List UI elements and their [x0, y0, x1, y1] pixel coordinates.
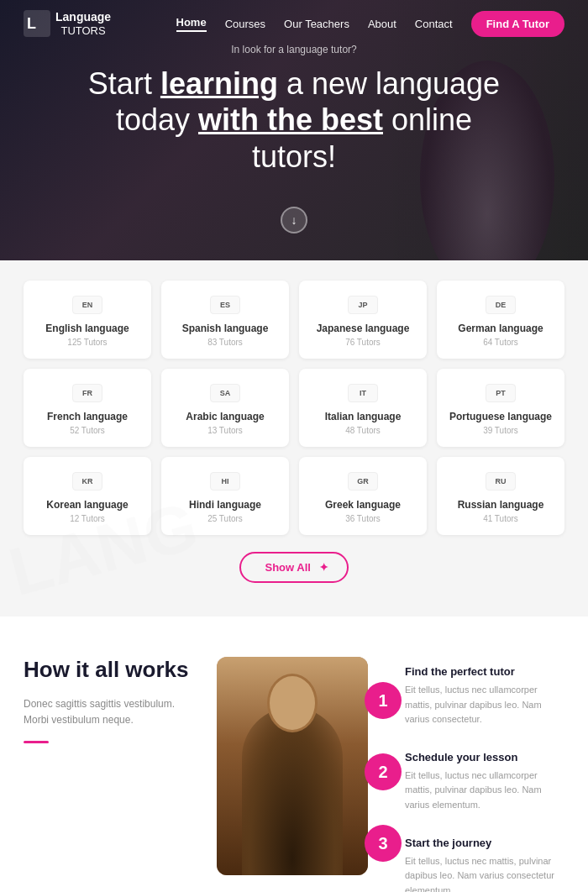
- nav-teachers[interactable]: Our Teachers: [284, 18, 349, 30]
- language-card-hi[interactable]: HI Hindi language 25 Tutors: [161, 457, 289, 535]
- lang-tutors: 13 Tutors: [207, 426, 243, 435]
- lang-flag: ES: [210, 296, 240, 314]
- lang-tutors: 83 Tutors: [207, 338, 243, 347]
- lang-flag: IT: [348, 384, 378, 402]
- language-card-jp[interactable]: JP Japanese language 76 Tutors: [299, 281, 427, 359]
- language-card-en[interactable]: EN English language 125 Tutors: [24, 281, 151, 359]
- lang-tutors: 125 Tutors: [67, 338, 107, 347]
- how-person: [217, 657, 368, 875]
- hero-title: Start learning a new language today with…: [76, 66, 512, 175]
- lang-name: Portuguese language: [449, 411, 552, 422]
- navbar: L Language TUTORS Home Courses Our Teach…: [0, 0, 588, 47]
- step-title: Find the perfect tutor: [405, 665, 564, 678]
- language-grid-row1: EN English language 125 Tutors ES Spanis…: [24, 281, 564, 359]
- lang-flag: FR: [72, 384, 102, 402]
- lang-name: Arabic language: [186, 411, 264, 422]
- step-3-circle: 3: [365, 825, 402, 862]
- how-step-1: Find the perfect tutor Eit tellus, luctu…: [405, 665, 564, 727]
- lang-tutors: 52 Tutors: [70, 426, 105, 435]
- how-description: Donec sagittis sagittis vestibulum. Morb…: [24, 696, 192, 728]
- step-title: Schedule your lesson: [405, 751, 564, 763]
- hero-content: In look for a language tutor? Start lear…: [59, 27, 529, 192]
- nav-home[interactable]: Home: [176, 16, 207, 32]
- how-left-panel: How it all works Donec sagittis sagittis…: [24, 657, 208, 743]
- hero-learning-word: learning: [160, 66, 278, 101]
- language-card-pt[interactable]: PT Portuguese language 39 Tutors: [437, 369, 564, 447]
- find-tutor-button[interactable]: Find A Tutor: [471, 11, 564, 37]
- logo: L Language TUTORS: [24, 10, 111, 37]
- lang-name: Russian language: [458, 499, 544, 511]
- lang-name: French language: [47, 411, 128, 422]
- lang-flag: JP: [348, 296, 378, 314]
- lang-flag: RU: [486, 472, 516, 491]
- step-desc: Eit tellus, luctus nec mattis, pulvinar …: [405, 854, 564, 892]
- lang-name: Korean language: [46, 499, 128, 511]
- language-card-gr[interactable]: GR Greek language 36 Tutors: [299, 457, 427, 535]
- step-desc: Eit tellus, luctus nec ullamcorper matti…: [405, 683, 564, 727]
- nav-courses[interactable]: Courses: [225, 18, 265, 30]
- hero-withbest-phrase: with the best: [198, 102, 383, 137]
- lang-flag: PT: [486, 384, 516, 402]
- nav-about[interactable]: About: [368, 18, 396, 30]
- language-card-kr[interactable]: KR Korean language 12 Tutors: [24, 457, 151, 535]
- step-title: Start the journey: [405, 837, 564, 849]
- how-image: [217, 657, 368, 875]
- lang-flag: DE: [486, 296, 516, 314]
- language-grid-row3: KR Korean language 12 Tutors HI Hindi la…: [24, 457, 564, 535]
- language-cards-section: LANG EN English language 125 Tutors ES S…: [0, 260, 588, 617]
- language-grid-row2: FR French language 52 Tutors SA Arabic l…: [24, 369, 564, 447]
- how-steps: Find the perfect tutor Eit tellus, luctu…: [405, 657, 564, 892]
- nav-contact[interactable]: Contact: [415, 18, 453, 30]
- step-2-circle: 2: [365, 753, 402, 790]
- how-image-container: 1 2 3: [217, 657, 385, 875]
- lang-tutors: 41 Tutors: [483, 514, 518, 523]
- lang-name: Hindi language: [189, 499, 261, 511]
- lang-name: Spanish language: [182, 323, 269, 334]
- how-it-works-section: How it all works Donec sagittis sagittis…: [0, 617, 588, 892]
- show-all-button[interactable]: Show All ✦: [239, 552, 348, 583]
- lang-flag: SA: [210, 384, 240, 402]
- lang-tutors: 36 Tutors: [345, 514, 381, 523]
- lang-flag: EN: [72, 296, 102, 314]
- lang-name: Greek language: [325, 499, 401, 511]
- hero-section: In look for a language tutor? Start lear…: [0, 0, 588, 260]
- lang-flag: KR: [72, 472, 102, 491]
- lang-name: German language: [458, 323, 543, 334]
- lang-name: English language: [45, 323, 129, 334]
- language-card-ru[interactable]: RU Russian language 41 Tutors: [437, 457, 564, 535]
- lang-tutors: 64 Tutors: [483, 338, 518, 347]
- logo-icon: L: [24, 10, 50, 37]
- language-card-it[interactable]: IT Italian language 48 Tutors: [299, 369, 427, 447]
- hero-scroll-arrow[interactable]: ↓: [281, 207, 307, 233]
- step-desc: Eit tellus, luctus nec ullamcorper matti…: [405, 769, 564, 813]
- logo-text: Language TUTORS: [55, 10, 111, 37]
- lang-tutors: 25 Tutors: [207, 514, 243, 523]
- step-1-circle: 1: [365, 682, 402, 719]
- lang-tutors: 12 Tutors: [70, 514, 105, 523]
- language-card-sa[interactable]: SA Arabic language 13 Tutors: [161, 369, 289, 447]
- lang-flag: HI: [210, 472, 240, 491]
- language-card-es[interactable]: ES Spanish language 83 Tutors: [161, 281, 289, 359]
- language-card-fr[interactable]: FR French language 52 Tutors: [24, 369, 151, 447]
- lang-name: Italian language: [325, 411, 402, 422]
- how-step-2: Schedule your lesson Eit tellus, luctus …: [405, 751, 564, 813]
- lang-tutors: 39 Tutors: [483, 426, 518, 435]
- language-card-de[interactable]: DE German language 64 Tutors: [437, 281, 564, 359]
- lang-name: Japanese language: [317, 323, 410, 334]
- how-step-3: Start the journey Eit tellus, luctus nec…: [405, 837, 564, 892]
- lang-tutors: 48 Tutors: [345, 426, 381, 435]
- how-title: How it all works: [24, 657, 192, 683]
- lang-flag: GR: [348, 472, 378, 491]
- how-divider: [24, 741, 49, 743]
- svg-text:L: L: [27, 15, 36, 32]
- lang-tutors: 76 Tutors: [345, 338, 381, 347]
- nav-links: Home Courses Our Teachers About Contact …: [176, 11, 564, 37]
